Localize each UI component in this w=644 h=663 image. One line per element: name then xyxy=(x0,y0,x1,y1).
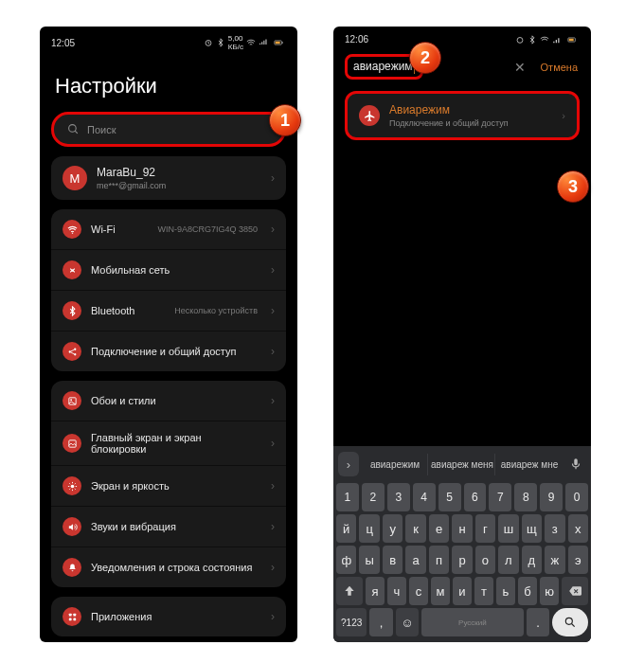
key[interactable]: 8 xyxy=(514,483,537,511)
suggestion-bar: › авиарежимавиареж меняавиареж мне xyxy=(336,450,588,480)
key[interactable]: а xyxy=(405,546,425,574)
settings-row[interactable]: Главный экран и экран блокировки› xyxy=(51,421,286,466)
key[interactable]: д xyxy=(522,546,542,574)
row-label: Bluetooth xyxy=(91,305,165,316)
settings-row[interactable]: Уведомления и строка состояния› xyxy=(51,547,286,587)
chevron-right-icon: › xyxy=(271,610,275,623)
key-search[interactable] xyxy=(552,608,588,636)
result-airplane-mode[interactable]: Авиарежим Подключение и общий доступ › xyxy=(348,94,577,137)
svg-point-10 xyxy=(70,399,72,401)
chevron-right-icon: › xyxy=(271,520,275,533)
key[interactable]: ж xyxy=(545,546,564,574)
key-shift[interactable] xyxy=(336,577,363,605)
wall-icon xyxy=(63,391,81,410)
key[interactable]: 1 xyxy=(336,483,359,511)
key[interactable]: г xyxy=(475,514,495,543)
key[interactable]: х xyxy=(568,514,588,543)
page-title: Настройки xyxy=(40,55,297,108)
bluetooth-icon xyxy=(528,35,537,45)
key[interactable]: я xyxy=(366,577,385,605)
key[interactable]: э xyxy=(568,546,588,574)
chevron-right-icon: › xyxy=(271,479,275,493)
apps-group: Приложения› xyxy=(51,597,286,636)
key[interactable]: м xyxy=(431,577,450,605)
settings-row[interactable]: Звуки и вибрация› xyxy=(51,507,286,547)
account-row[interactable]: M MaraBu_92 me***@gmail.com › xyxy=(51,156,286,200)
svg-point-17 xyxy=(517,37,523,43)
key[interactable]: е xyxy=(429,514,449,543)
key[interactable]: о xyxy=(475,546,495,574)
key[interactable]: 5 xyxy=(438,483,461,511)
key[interactable]: 3 xyxy=(387,483,410,511)
chevron-right-icon: › xyxy=(271,304,275,317)
settings-row[interactable]: Wi-FiWIN-9A8CRG7IG4Q 3850› xyxy=(51,209,286,250)
svg-rect-16 xyxy=(73,618,76,620)
row-label: Экран и яркость xyxy=(91,480,258,492)
suggestion[interactable]: авиареж мне xyxy=(497,454,562,475)
row-value: Несколько устройств xyxy=(174,306,258,315)
chevron-right-icon: › xyxy=(271,345,275,358)
svg-point-12 xyxy=(70,484,74,488)
suggestion[interactable]: авиареж меня xyxy=(430,454,495,475)
clear-icon[interactable]: ✕ xyxy=(510,60,529,75)
key[interactable]: ф xyxy=(336,546,356,574)
mic-icon[interactable] xyxy=(565,452,586,476)
key[interactable]: 6 xyxy=(464,483,487,511)
key[interactable]: б xyxy=(518,577,537,605)
signal-icon xyxy=(552,35,562,45)
search-input[interactable]: авиарежим xyxy=(353,60,413,73)
key-dot[interactable]: . xyxy=(527,608,549,636)
key[interactable]: 0 xyxy=(565,483,588,511)
key-backspace[interactable] xyxy=(562,577,588,605)
key[interactable]: ь xyxy=(496,577,515,605)
key[interactable]: ш xyxy=(498,514,518,543)
settings-row[interactable]: Экран и яркость› xyxy=(51,466,286,507)
key[interactable]: и xyxy=(453,577,472,605)
settings-row[interactable]: Обои и стили› xyxy=(51,381,286,421)
key[interactable]: ы xyxy=(359,546,379,574)
key[interactable]: ч xyxy=(387,577,406,605)
search-placeholder: Поиск xyxy=(87,124,116,135)
status-bar: 12:05 5,00КБ/с xyxy=(40,27,297,55)
chevron-right-icon: › xyxy=(271,561,275,574)
key[interactable]: р xyxy=(452,546,472,574)
settings-row[interactable]: Подключение и общий доступ› xyxy=(51,332,286,371)
key[interactable]: л xyxy=(498,546,518,574)
key-comma[interactable]: , xyxy=(369,608,392,636)
key[interactable]: щ xyxy=(522,514,542,543)
key[interactable]: т xyxy=(474,577,493,605)
key[interactable]: 4 xyxy=(413,483,436,511)
status-icons xyxy=(515,35,580,45)
row-value: WIN-9A8CRG7IG4Q 3850 xyxy=(157,224,258,234)
callout-3: 3 xyxy=(557,170,589,203)
key[interactable]: ю xyxy=(540,577,559,605)
key-space[interactable]: Русский xyxy=(421,608,524,636)
key-mode[interactable]: ?123 xyxy=(336,608,367,636)
key[interactable]: й xyxy=(336,514,356,543)
settings-row[interactable]: Приложения› xyxy=(51,597,286,636)
key[interactable]: ц xyxy=(359,514,379,543)
key[interactable]: к xyxy=(405,514,425,543)
key[interactable]: с xyxy=(409,577,428,605)
settings-row[interactable]: Мобильная сеть› xyxy=(51,250,286,291)
svg-rect-11 xyxy=(68,439,75,446)
key[interactable]: н xyxy=(452,514,472,543)
expand-suggestions-icon[interactable]: › xyxy=(338,452,359,476)
search-header: авиарежим ✕ Отмена xyxy=(333,48,591,85)
key[interactable]: в xyxy=(383,546,402,574)
key[interactable]: п xyxy=(429,546,449,574)
search-bar[interactable]: Поиск xyxy=(51,112,286,147)
key[interactable]: 9 xyxy=(540,483,563,511)
key[interactable]: 7 xyxy=(489,483,511,511)
battery-icon xyxy=(271,38,286,47)
key-emoji[interactable]: ☺ xyxy=(396,608,419,636)
key[interactable]: 2 xyxy=(362,483,385,511)
suggestion[interactable]: авиарежим xyxy=(363,454,428,475)
key[interactable]: з xyxy=(545,514,564,543)
net-speed: 5,00КБ/с xyxy=(228,34,243,51)
settings-row[interactable]: BluetoothНесколько устройств› xyxy=(51,291,286,332)
key[interactable]: у xyxy=(383,514,402,543)
svg-point-4 xyxy=(69,125,77,133)
airplane-icon xyxy=(359,105,380,126)
cancel-button[interactable]: Отмена xyxy=(537,62,581,73)
